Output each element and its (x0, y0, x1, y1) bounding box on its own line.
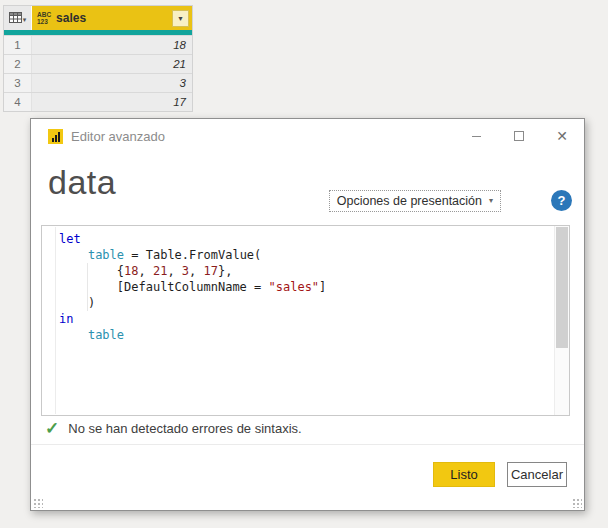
table-rows: 11822133417 (4, 35, 192, 111)
advanced-editor-dialog: Editor avanzado ✕ data Opciones de prese… (30, 118, 585, 511)
row-number: 1 (4, 36, 32, 54)
resize-grip-bottom-right[interactable] (572, 498, 582, 508)
code-line: table = Table.FromValue( (59, 247, 551, 263)
close-button[interactable]: ✕ (554, 128, 570, 144)
row-number: 4 (4, 93, 32, 111)
column-filter-button[interactable]: ▼ (172, 10, 189, 27)
cell-value: 21 (32, 55, 192, 73)
query-name-heading: data (48, 163, 116, 202)
corner-caret-icon: ▾ (23, 16, 27, 24)
table-header-row: ▾ ABC 123 sales ▼ (4, 6, 192, 30)
table-row[interactable]: 221 (4, 54, 192, 73)
row-number: 2 (4, 55, 32, 73)
cell-value: 17 (32, 93, 192, 111)
cancel-button[interactable]: Cancelar (507, 462, 567, 487)
editor-margin-line (55, 227, 56, 414)
column-type-icon: ABC 123 (37, 11, 51, 25)
table-row[interactable]: 33 (4, 73, 192, 92)
dialog-titlebar[interactable]: Editor avanzado ✕ (31, 119, 584, 153)
maximize-icon (514, 131, 524, 141)
code-line: [DefaultColumnName = "sales"] (59, 279, 551, 295)
code-line: {18, 21, 3, 17}, (59, 263, 551, 279)
help-icon: ? (558, 193, 566, 208)
close-icon: ✕ (556, 128, 568, 144)
maximize-button[interactable] (511, 128, 527, 144)
code-line: let (59, 231, 551, 247)
display-options-dropdown[interactable]: Opciones de presentación ▾ (329, 190, 501, 212)
window-controls: ✕ (468, 128, 570, 144)
table-select-all-button[interactable]: ▾ (4, 6, 32, 30)
dialog-title: Editor avanzado (71, 129, 468, 144)
row-number: 3 (4, 74, 32, 92)
column-header-sales[interactable]: ABC 123 sales ▼ (32, 6, 192, 30)
query-preview-table: ▾ ABC 123 sales ▼ 11822133417 (3, 5, 193, 112)
scrollbar-thumb[interactable] (556, 227, 568, 348)
display-options-label: Opciones de presentación (337, 194, 482, 208)
resize-grip-bottom-left[interactable] (33, 498, 43, 508)
footer-divider (31, 444, 584, 445)
column-name: sales (56, 11, 172, 25)
editor-scrollbar[interactable] (554, 226, 569, 415)
check-icon: ✓ (45, 420, 59, 437)
code-line: ) (59, 295, 551, 311)
minimize-button[interactable] (468, 128, 484, 144)
code-line: table (59, 327, 551, 343)
code-line: in (59, 311, 551, 327)
done-button[interactable]: Listo (433, 462, 495, 487)
chevron-down-icon: ▾ (489, 196, 493, 205)
cell-value: 3 (32, 74, 192, 92)
syntax-status: ✓ No se han detectado errores de sintaxi… (45, 420, 302, 437)
table-row[interactable]: 118 (4, 35, 192, 54)
syntax-status-message: No se han detectado errores de sintaxis. (68, 421, 301, 436)
table-grid-icon (9, 9, 22, 27)
code-lines[interactable]: let table = Table.FromValue( {18, 21, 3,… (59, 231, 551, 343)
cell-value: 18 (32, 36, 192, 54)
help-button[interactable]: ? (551, 190, 572, 211)
filter-caret-icon: ▼ (177, 15, 184, 22)
table-row[interactable]: 417 (4, 92, 192, 111)
minimize-icon (472, 136, 481, 137)
powerbi-logo-icon (48, 129, 63, 144)
m-code-editor[interactable]: let table = Table.FromValue( {18, 21, 3,… (41, 225, 570, 416)
